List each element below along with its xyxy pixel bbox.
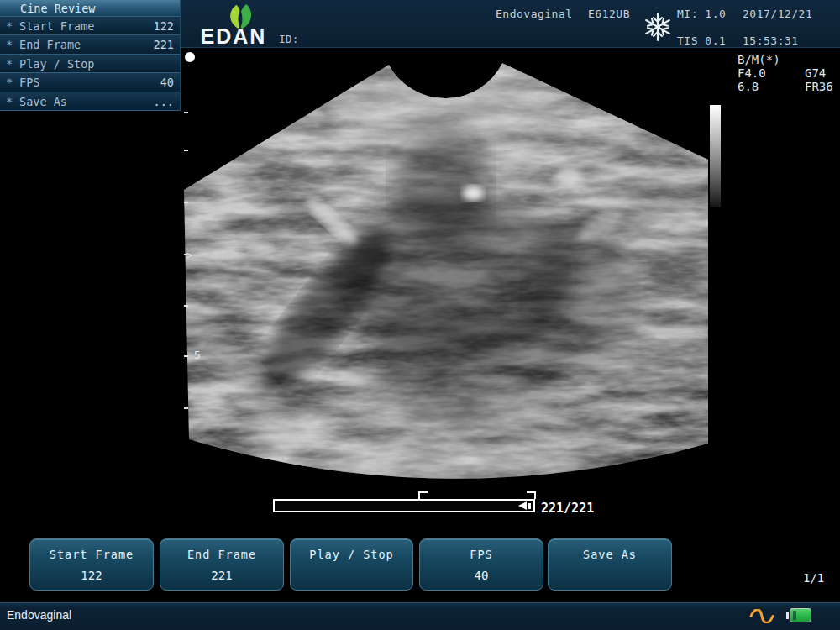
frequency-value: F4.0 <box>738 66 766 80</box>
ruler-tick <box>184 407 188 409</box>
patient-id-label: ID: <box>279 33 298 45</box>
button-label: Save As <box>549 548 671 561</box>
ruler-tick <box>184 202 188 203</box>
menu-item-label: Start Frame <box>19 17 94 35</box>
menu-item-label: FPS <box>19 73 39 92</box>
fps-button[interactable]: FPS 40 <box>419 538 543 591</box>
focus-position-marker[interactable]: > <box>186 249 192 261</box>
grayscale-reference-bar <box>710 105 721 207</box>
cine-progress-bar[interactable] <box>273 499 535 512</box>
cine-position-arrow-icon[interactable] <box>518 501 527 510</box>
mi-value: MI: 1.0 <box>677 8 726 20</box>
start-frame-button[interactable]: Start Frame 122 <box>29 538 154 591</box>
status-bar: Endovaginal <box>0 602 840 630</box>
cine-review-menu: Cine Review * Start Frame 122 * End Fram… <box>0 0 181 111</box>
play-stop-button[interactable]: Play / Stop <box>290 538 413 591</box>
button-label: Play / Stop <box>291 548 412 561</box>
button-value: 221 <box>160 569 283 582</box>
cine-end-frame-marker <box>527 491 536 499</box>
menu-item-label: Play / Stop <box>19 55 94 73</box>
frame-rate-value: FR36 <box>805 80 833 93</box>
softkey-page-indicator: 1/1 <box>803 571 824 585</box>
ultrasound-image <box>181 49 718 512</box>
ruler-tick <box>184 305 188 307</box>
ac-wave-icon <box>749 609 774 623</box>
menu-bullet: * <box>6 55 13 73</box>
probe-orientation-dot <box>185 52 195 62</box>
menu-item-value: ... <box>154 92 174 111</box>
end-frame-button[interactable]: End Frame 221 <box>160 538 284 591</box>
button-value: 122 <box>30 569 153 582</box>
frame-counter: 221/221 <box>541 501 594 516</box>
menu-item-play-stop[interactable]: * Play / Stop <box>0 55 180 73</box>
menu-bullet: * <box>6 17 13 35</box>
active-probe-label: Endovaginal <box>7 608 71 622</box>
cine-position-pin <box>528 503 531 509</box>
menu-item-label: Save As <box>19 92 67 111</box>
button-label: End Frame <box>160 548 283 561</box>
ultrasound-system-screen: EDAN ID: Endovaginal E612UB <box>0 0 840 630</box>
depth-scale-label: 5 <box>194 349 201 361</box>
brand-name: EDAN <box>198 24 269 49</box>
button-label: Start Frame <box>30 548 153 561</box>
imaging-parameters: B/M(*) F4.0 G74 6.8 FR36 <box>738 53 837 93</box>
menu-item-fps[interactable]: * FPS 40 <box>0 73 180 92</box>
ruler-tick <box>184 355 188 357</box>
probe-model-label: E612UB <box>588 8 630 20</box>
mode-label: B/M(*) <box>738 53 780 66</box>
menu-item-end-frame[interactable]: * End Frame 221 <box>0 35 180 54</box>
depth-value: 6.8 <box>738 80 759 93</box>
cine-start-frame-marker <box>418 491 428 499</box>
menu-item-save-as[interactable]: * Save As ... <box>0 92 180 111</box>
tis-value: TIS 0.1 <box>677 34 726 47</box>
menu-item-value: 40 <box>160 73 174 92</box>
menu-item-label: End Frame <box>19 35 81 54</box>
battery-icon <box>786 608 811 622</box>
gain-value: G74 <box>805 66 826 80</box>
ruler-tick <box>184 112 188 113</box>
snowflake-icon <box>643 11 673 43</box>
menu-bullet: * <box>6 92 13 111</box>
menu-item-start-frame[interactable]: * Start Frame 122 <box>0 17 180 35</box>
button-label: FPS <box>420 548 543 561</box>
menu-bullet: * <box>6 73 13 92</box>
ruler-tick <box>184 150 188 151</box>
exam-type-label: Endovaginal <box>496 8 573 20</box>
menu-item-value: 122 <box>154 17 174 35</box>
save-as-button[interactable]: Save As <box>548 538 672 591</box>
menu-item-value: 221 <box>154 35 174 54</box>
date-display: 2017/12/21 <box>743 8 812 20</box>
time-display: 15:53:31 <box>743 34 799 47</box>
button-value: 40 <box>420 569 543 582</box>
menu-title: Cine Review <box>0 0 180 17</box>
menu-bullet: * <box>6 35 13 54</box>
